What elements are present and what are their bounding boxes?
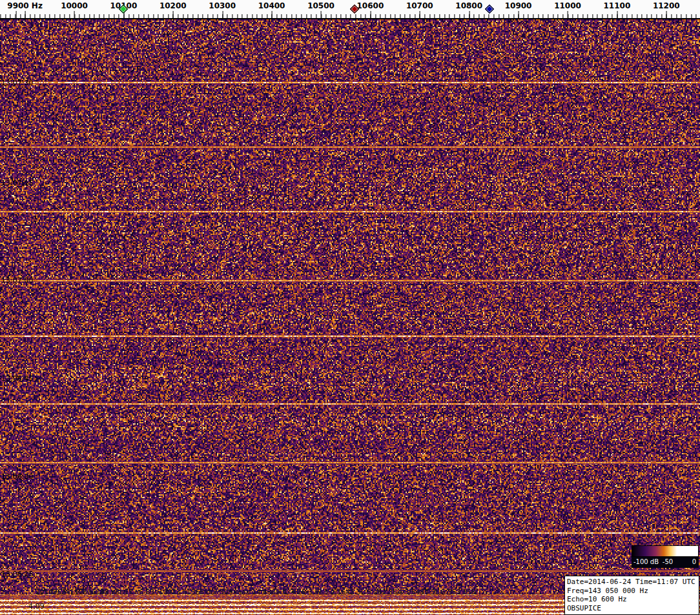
freq-tick-label: 11000 [554, 1, 581, 10]
freq-tick-label: 10200 [160, 1, 187, 10]
time-tick-label: 13:07:15 [1, 179, 33, 187]
info-freq-line: Freq=143 050 000 Hz [567, 587, 697, 596]
time-tick-label: 13:07:00 [1, 276, 33, 285]
legend-gradient-bar [632, 545, 699, 557]
info-date-line: Date=2014-06-24 Time=11:07 UTC [567, 578, 697, 587]
info-echo-line: Echo=10 600 Hz [567, 595, 697, 604]
time-tick-label: 13:07:30 [1, 79, 33, 87]
freq-tick-label: 10700 [406, 1, 433, 10]
observation-info-box: Date=2014-06-24 Time=11:07 UTC Freq=143 … [564, 576, 699, 615]
legend-max-label: 0 [692, 558, 696, 565]
freq-tick-label: 11100 [604, 1, 631, 10]
freq-tick-label: 10900 [505, 1, 532, 10]
freq-tick-label: 10800 [455, 1, 482, 10]
legend-mid-label: -50 [663, 558, 673, 565]
frequency-ruler[interactable]: 9900 Hz100001010010200103001040010500106… [0, 0, 700, 19]
ruler-major-ticks [0, 11, 700, 18]
freq-tick-label: 9900 Hz [7, 1, 43, 10]
waterfall-spectrogram[interactable] [0, 19, 700, 615]
freq-tick-label: 10000 [61, 1, 88, 10]
freq-tick-label: 10500 [307, 1, 335, 10]
freq-tick-label: 10600 [357, 1, 384, 10]
info-station-line: OBSUPICE [567, 604, 697, 613]
freq-tick-label: 10300 [209, 1, 236, 10]
legend-scale-labels: -100 dB -50 0 [632, 557, 699, 568]
time-tick-label: 13:06:45 [1, 374, 33, 383]
meteor-echo-spectrogram-window: 9900 Hz100001010010200103001040010500106… [0, 0, 700, 615]
event-metadata-text: 20140624110601148 n6n17 n6-63 /10973 h13… [36, 588, 476, 596]
bottom-partial-text: 4:09 [28, 602, 45, 610]
time-tick-label: 13:06:15 [1, 570, 33, 578]
freq-tick-label: 11200 [653, 1, 680, 10]
freq-tick-label: 10400 [258, 1, 285, 10]
db-color-legend: -100 dB -50 0 [632, 545, 699, 568]
time-tick-label: 13:06:30 [1, 472, 33, 481]
legend-min-label: -100 dB [633, 558, 659, 565]
